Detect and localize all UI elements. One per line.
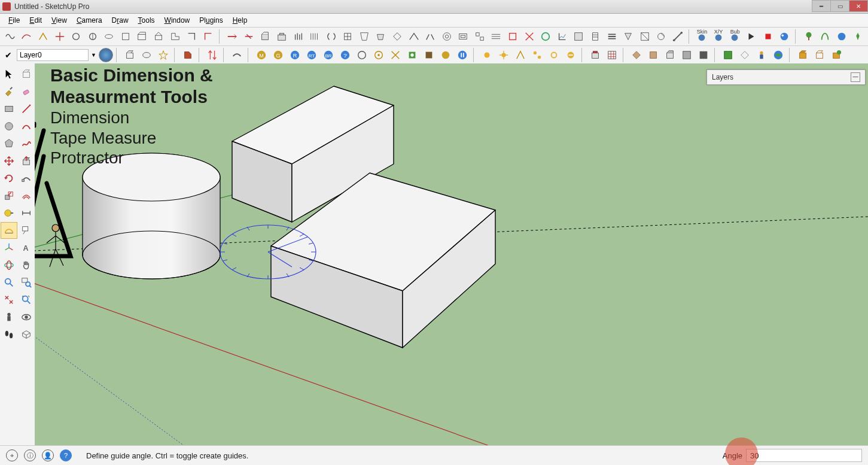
rotate-tool-icon[interactable] bbox=[1, 170, 17, 187]
tool-icon[interactable] bbox=[744, 29, 759, 44]
tool-icon[interactable] bbox=[354, 47, 370, 63]
layer-visible-icon[interactable]: ✔ bbox=[5, 50, 12, 60]
tool-icon[interactable] bbox=[439, 29, 455, 44]
menu-window[interactable]: Window bbox=[160, 16, 195, 25]
tool-icon[interactable] bbox=[258, 29, 273, 44]
tool-icon[interactable] bbox=[2, 29, 18, 44]
tool-icon[interactable] bbox=[645, 47, 661, 63]
tool-icon[interactable] bbox=[324, 29, 339, 44]
pan-tool-icon[interactable] bbox=[18, 257, 35, 273]
tool-icon[interactable] bbox=[829, 47, 844, 63]
3dtext-tool-icon[interactable]: A bbox=[18, 239, 35, 256]
zoom-extents-tool-icon[interactable] bbox=[18, 291, 35, 308]
tool-icon[interactable] bbox=[546, 47, 562, 63]
tool-icon[interactable] bbox=[371, 47, 386, 63]
scale-tool-icon[interactable] bbox=[1, 187, 17, 204]
tool-icon[interactable]: Skin bbox=[695, 29, 710, 44]
tool-icon[interactable] bbox=[456, 29, 471, 44]
tool-icon[interactable] bbox=[571, 29, 587, 44]
tool-icon[interactable] bbox=[151, 29, 166, 44]
position-camera-tool-icon[interactable] bbox=[1, 309, 17, 326]
tool-icon[interactable] bbox=[200, 29, 216, 44]
section-tool-icon[interactable] bbox=[18, 326, 35, 343]
tool-icon[interactable] bbox=[229, 47, 245, 63]
tool-icon[interactable] bbox=[406, 29, 422, 44]
tool-icon[interactable] bbox=[241, 29, 257, 44]
tool-icon[interactable] bbox=[737, 47, 753, 63]
tool-icon[interactable] bbox=[760, 29, 776, 44]
tool-icon[interactable] bbox=[422, 29, 438, 44]
pushpull-tool-icon[interactable] bbox=[18, 153, 35, 169]
tool-icon[interactable] bbox=[629, 47, 644, 63]
walk-tool-icon[interactable] bbox=[1, 326, 17, 343]
menu-file[interactable]: File bbox=[4, 16, 25, 25]
tool-icon[interactable] bbox=[35, 29, 51, 44]
vcb-input[interactable] bbox=[746, 449, 862, 462]
tool-icon[interactable] bbox=[224, 29, 240, 44]
rectangle-tool-icon[interactable] bbox=[1, 101, 17, 117]
tool-icon[interactable] bbox=[118, 29, 133, 44]
tool-icon[interactable]: G bbox=[270, 47, 286, 63]
maximize-button[interactable]: ▭ bbox=[830, 0, 849, 12]
current-layer-input[interactable] bbox=[17, 49, 89, 61]
tool-icon[interactable] bbox=[101, 29, 117, 44]
orbit-tool-icon[interactable] bbox=[1, 257, 17, 273]
menu-help[interactable]: Help bbox=[228, 16, 252, 25]
tool-icon[interactable] bbox=[812, 47, 827, 63]
tool-icon[interactable] bbox=[587, 29, 603, 44]
tool-icon[interactable]: X/Y bbox=[711, 29, 726, 44]
zoom-tool-icon[interactable] bbox=[1, 274, 17, 291]
tool-icon[interactable] bbox=[52, 29, 68, 44]
layer-manager-icon[interactable] bbox=[99, 48, 113, 62]
tool-icon[interactable] bbox=[156, 47, 171, 63]
3d-viewport[interactable]: Basic Dimension & Measurment Tools Dimen… bbox=[35, 63, 868, 446]
tool-icon[interactable] bbox=[679, 47, 695, 63]
tool-icon[interactable] bbox=[851, 29, 866, 44]
tool-icon[interactable] bbox=[479, 47, 495, 63]
tool-icon[interactable] bbox=[404, 47, 420, 63]
geolocation-icon[interactable]: ⌖ bbox=[6, 449, 18, 461]
tool-icon[interactable] bbox=[604, 47, 620, 63]
tool-icon[interactable]: R bbox=[287, 47, 303, 63]
menu-camera[interactable]: Camera bbox=[72, 16, 107, 25]
freehand-tool-icon[interactable] bbox=[18, 135, 35, 152]
tool-icon[interactable] bbox=[620, 29, 636, 44]
tool-icon[interactable] bbox=[834, 29, 849, 44]
tool-icon[interactable] bbox=[801, 29, 817, 44]
layers-panel[interactable]: Layers — bbox=[706, 69, 866, 85]
tool-icon[interactable] bbox=[180, 47, 196, 63]
eraser-tool-icon[interactable] bbox=[18, 83, 35, 100]
tool-icon[interactable] bbox=[505, 29, 520, 44]
tool-icon[interactable] bbox=[818, 29, 833, 44]
tool-icon[interactable] bbox=[538, 29, 553, 44]
credits-icon[interactable]: ⓘ bbox=[24, 449, 36, 461]
tool-icon[interactable] bbox=[85, 29, 100, 44]
polygon-tool-icon[interactable] bbox=[1, 135, 17, 152]
line-tool-icon[interactable] bbox=[18, 101, 35, 117]
tool-icon[interactable] bbox=[587, 47, 603, 63]
tool-icon[interactable] bbox=[438, 47, 453, 63]
tool-icon[interactable] bbox=[19, 29, 35, 44]
protractor-tool-icon[interactable] bbox=[1, 222, 17, 239]
tool-icon[interactable] bbox=[389, 29, 405, 44]
tool-icon[interactable] bbox=[357, 29, 372, 44]
arc-tool-icon[interactable] bbox=[18, 118, 35, 135]
text-tool-icon[interactable] bbox=[18, 222, 35, 239]
close-button[interactable]: ✕ bbox=[849, 0, 868, 12]
move-tool-icon[interactable] bbox=[1, 153, 17, 169]
tool-icon[interactable] bbox=[388, 47, 403, 63]
tool-icon[interactable] bbox=[513, 47, 528, 63]
tool-icon[interactable] bbox=[373, 29, 389, 44]
component-tool-icon[interactable] bbox=[18, 66, 35, 83]
tool-icon[interactable] bbox=[522, 29, 537, 44]
tool-icon[interactable] bbox=[184, 29, 199, 44]
tool-icon[interactable] bbox=[770, 47, 786, 63]
tool-icon[interactable] bbox=[489, 29, 504, 44]
menu-tools[interactable]: Tools bbox=[133, 16, 160, 25]
tool-icon[interactable] bbox=[670, 29, 686, 44]
tool-icon[interactable] bbox=[555, 29, 570, 44]
panel-minimize-icon[interactable]: — bbox=[851, 72, 860, 82]
circle-tool-icon[interactable] bbox=[1, 118, 17, 135]
tool-icon[interactable]: RT bbox=[304, 47, 319, 63]
help-icon[interactable]: ? bbox=[60, 449, 72, 461]
